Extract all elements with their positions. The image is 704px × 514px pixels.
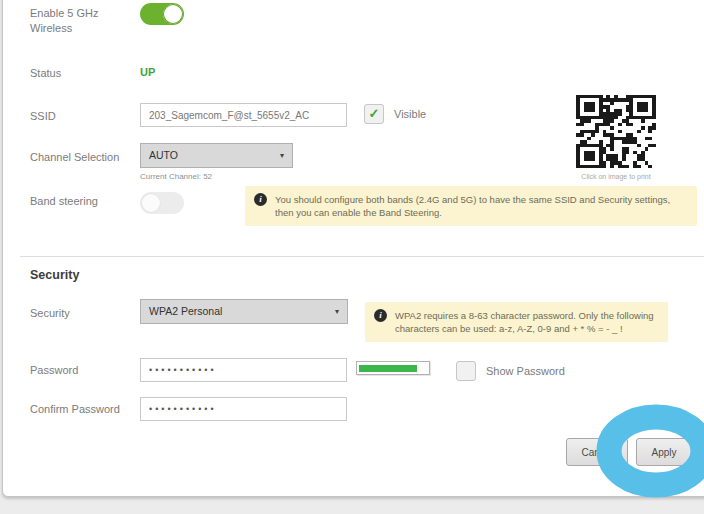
password-input[interactable]	[140, 358, 347, 382]
toggle-knob	[163, 4, 183, 24]
section-divider	[20, 256, 704, 257]
channel-selection-label: Channel Selection	[30, 150, 119, 165]
security-info-box: i WPA2 requires a 8-63 character passwor…	[365, 302, 668, 342]
qr-caption: Click on image to print	[576, 173, 656, 180]
enable-5ghz-toggle[interactable]	[140, 3, 184, 25]
info-icon: i	[374, 309, 387, 322]
ssid-label: SSID	[30, 109, 56, 124]
show-password-label: Show Password	[486, 364, 565, 379]
toggle-knob	[141, 193, 161, 213]
info-icon: i	[254, 193, 267, 206]
check-icon: ✓	[369, 106, 380, 121]
password-strength-fill	[359, 365, 417, 372]
band-steering-info-text: You should configure both bands (2.4G an…	[275, 194, 670, 218]
security-select[interactable]: WPA2 Personal ▾	[140, 299, 348, 324]
channel-select-value: AUTO	[149, 149, 178, 161]
security-label: Security	[30, 306, 70, 321]
confirm-password-label: Confirm Password	[30, 402, 120, 417]
confirm-password-input[interactable]	[140, 397, 347, 421]
enable-5ghz-label: Enable 5 GHz Wireless	[30, 6, 115, 36]
qr-code[interactable]: Click on image to print	[576, 95, 656, 180]
chevron-down-icon: ▾	[280, 144, 284, 167]
current-channel-note: Current Channel: 52	[140, 172, 212, 181]
security-section-heading: Security	[30, 268, 79, 282]
band-steering-label: Band steering	[30, 194, 98, 209]
apply-button[interactable]: Apply	[636, 438, 692, 466]
password-label: Password	[30, 363, 78, 378]
security-select-value: WPA2 Personal	[149, 305, 222, 317]
chevron-down-icon: ▾	[335, 300, 339, 323]
status-label: Status	[30, 66, 61, 81]
band-steering-toggle[interactable]	[140, 192, 184, 214]
ssid-input[interactable]	[140, 103, 347, 127]
security-info-text: WPA2 requires a 8-63 character password.…	[395, 310, 654, 334]
settings-card	[2, 0, 704, 497]
visible-checkbox[interactable]: ✓	[364, 104, 384, 124]
channel-select[interactable]: AUTO ▾	[140, 143, 293, 168]
password-strength-meter	[356, 361, 430, 375]
band-steering-info-box: i You should configure both bands (2.4G …	[245, 186, 697, 226]
show-password-checkbox[interactable]	[456, 361, 476, 381]
status-value: UP	[140, 66, 155, 78]
cancel-button[interactable]: Cancel	[566, 438, 628, 466]
visible-label: Visible	[394, 107, 426, 122]
